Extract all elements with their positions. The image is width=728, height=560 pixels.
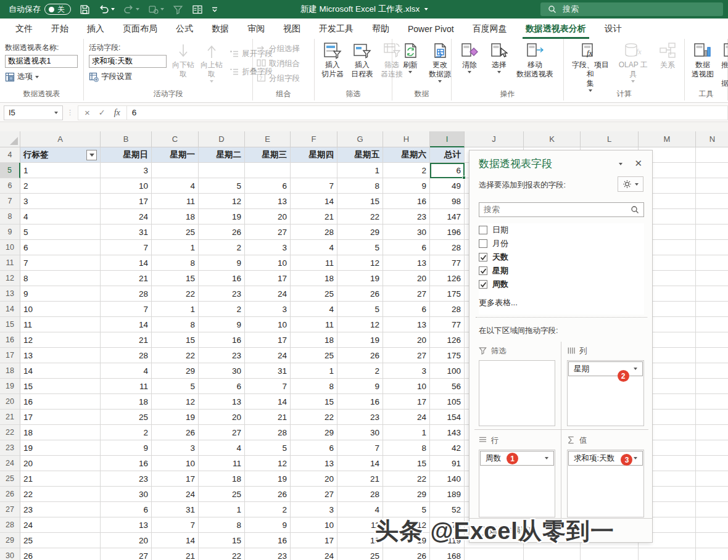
fill-handle[interactable] bbox=[462, 176, 466, 179]
area-box-filters[interactable] bbox=[479, 360, 555, 426]
cell-B7[interactable]: 17 bbox=[101, 194, 152, 209]
tab-数据[interactable]: 数据 bbox=[202, 19, 238, 39]
cell-C17[interactable]: 22 bbox=[152, 348, 199, 363]
cell-B24[interactable]: 16 bbox=[101, 456, 152, 471]
cell-E13[interactable]: 24 bbox=[245, 286, 291, 302]
cell-A23[interactable]: 19 bbox=[20, 440, 101, 456]
cell-I21[interactable]: 154 bbox=[430, 410, 465, 425]
empty-cell[interactable] bbox=[465, 548, 524, 560]
cell-C19[interactable]: 5 bbox=[152, 379, 199, 394]
cell-F28[interactable]: 10 bbox=[291, 517, 337, 533]
panel-close-icon[interactable]: ✕ bbox=[634, 158, 642, 169]
empty-cell[interactable] bbox=[696, 348, 728, 363]
empty-cell[interactable] bbox=[639, 548, 696, 560]
cell-H15[interactable]: 13 bbox=[383, 317, 430, 332]
cell-D6[interactable]: 5 bbox=[199, 178, 245, 194]
cell-H13[interactable]: 27 bbox=[383, 286, 430, 302]
cell-B30[interactable]: 27 bbox=[101, 548, 152, 560]
cell-G21[interactable]: 23 bbox=[337, 410, 383, 425]
row-header-27[interactable]: 27 bbox=[0, 502, 20, 517]
cell-F11[interactable]: 11 bbox=[291, 255, 337, 271]
empty-cell[interactable] bbox=[696, 363, 728, 379]
cell-F26[interactable]: 27 bbox=[291, 487, 337, 502]
cell-H25[interactable]: 22 bbox=[383, 471, 430, 487]
field-chip-周数[interactable]: 周数1 bbox=[480, 451, 554, 466]
cell-B16[interactable]: 21 bbox=[101, 332, 152, 348]
cell-C8[interactable]: 18 bbox=[152, 209, 199, 224]
area-box-columns[interactable]: 星期2 bbox=[567, 360, 644, 426]
cell-H20[interactable]: 17 bbox=[383, 394, 430, 410]
row-labels-filter-button[interactable] bbox=[86, 150, 97, 160]
cell-C18[interactable]: 29 bbox=[152, 363, 199, 379]
cell-D7[interactable]: 12 bbox=[199, 194, 245, 209]
column-header-D[interactable]: D bbox=[199, 131, 245, 147]
tab-数据透视表分析[interactable]: 数据透视表分析 bbox=[516, 19, 595, 39]
empty-cell[interactable] bbox=[696, 271, 728, 286]
cell-D21[interactable]: 20 bbox=[199, 410, 245, 425]
cell-G5[interactable]: 1 bbox=[337, 163, 383, 178]
cell-D9[interactable]: 26 bbox=[199, 224, 245, 240]
select-all-corner[interactable] bbox=[0, 131, 20, 147]
column-header-F[interactable]: F bbox=[291, 131, 337, 147]
cell-F13[interactable]: 25 bbox=[291, 286, 337, 302]
cell-C30[interactable]: 21 bbox=[152, 548, 199, 560]
cell-D15[interactable]: 9 bbox=[199, 317, 245, 332]
chip-caret-icon[interactable] bbox=[634, 368, 637, 370]
cell-I30[interactable]: 168 bbox=[430, 548, 465, 560]
cell-I10[interactable]: 28 bbox=[430, 240, 465, 255]
cell-H16[interactable]: 20 bbox=[383, 332, 430, 348]
name-box[interactable]: I5 bbox=[4, 105, 63, 120]
cell-C6[interactable]: 4 bbox=[152, 178, 199, 194]
cell-B20[interactable]: 18 bbox=[101, 394, 152, 410]
刷新-button[interactable]: 刷新 bbox=[396, 41, 424, 74]
cell-C25[interactable]: 17 bbox=[152, 471, 199, 487]
empty-cell[interactable] bbox=[696, 286, 728, 302]
cell-A30[interactable]: 26 bbox=[20, 548, 101, 560]
cell-A19[interactable]: 15 bbox=[20, 379, 101, 394]
cell-F27[interactable]: 3 bbox=[291, 502, 337, 517]
cell-C29[interactable]: 14 bbox=[152, 533, 199, 548]
cell-E27[interactable]: 2 bbox=[245, 502, 291, 517]
cell-E21[interactable]: 21 bbox=[245, 410, 291, 425]
title-caret-icon[interactable] bbox=[424, 8, 428, 10]
row-header-13[interactable]: 13 bbox=[0, 286, 20, 302]
column-header-K[interactable]: K bbox=[524, 131, 581, 147]
cell-A8[interactable]: 4 bbox=[20, 209, 101, 224]
cell-D22[interactable]: 27 bbox=[199, 425, 245, 440]
cell-F20[interactable]: 15 bbox=[291, 394, 337, 410]
row-header-9[interactable]: 9 bbox=[0, 224, 20, 240]
cell-I23[interactable]: 42 bbox=[430, 440, 465, 456]
row-header-26[interactable]: 26 bbox=[0, 487, 20, 502]
more-tables-link[interactable]: 更多表格... bbox=[479, 297, 518, 308]
row-header-5[interactable]: 5 bbox=[0, 163, 20, 178]
cell-D30[interactable]: 22 bbox=[199, 548, 245, 560]
cell-C20[interactable]: 12 bbox=[152, 394, 199, 410]
field-item-日期[interactable]: 日期 bbox=[479, 223, 644, 237]
cell-G23[interactable]: 7 bbox=[337, 440, 383, 456]
column-header-J[interactable]: J bbox=[465, 131, 524, 147]
cell-B29[interactable]: 20 bbox=[101, 533, 152, 548]
cell-I14[interactable]: 28 bbox=[430, 302, 465, 317]
row-header-6[interactable]: 6 bbox=[0, 178, 20, 194]
cell-F21[interactable]: 22 bbox=[291, 410, 337, 425]
cell-D26[interactable]: 25 bbox=[199, 487, 245, 502]
cell-A22[interactable]: 18 bbox=[20, 425, 101, 440]
cell-I15[interactable]: 77 bbox=[430, 317, 465, 332]
tab-审阅[interactable]: 审阅 bbox=[238, 19, 274, 39]
tab-帮助[interactable]: 帮助 bbox=[363, 19, 399, 39]
cell-E10[interactable]: 3 bbox=[245, 240, 291, 255]
qat-more-button[interactable] bbox=[212, 6, 218, 12]
row-header-14[interactable]: 14 bbox=[0, 302, 20, 317]
cell-H30[interactable]: 26 bbox=[383, 548, 430, 560]
cell-A25[interactable]: 21 bbox=[20, 471, 101, 487]
field-chip-求和项:天数[interactable]: 求和项:天数3 bbox=[568, 451, 643, 466]
cell-A12[interactable]: 8 bbox=[20, 271, 101, 286]
field-settings-button[interactable]: 字段设置 bbox=[89, 72, 167, 82]
column-header-B[interactable]: B bbox=[101, 131, 152, 147]
cell-B11[interactable]: 14 bbox=[101, 255, 152, 271]
cell-I6[interactable]: 49 bbox=[430, 178, 465, 194]
cell-B5[interactable]: 3 bbox=[101, 163, 152, 178]
cell-B15[interactable]: 14 bbox=[101, 317, 152, 332]
cell-G26[interactable]: 28 bbox=[337, 487, 383, 502]
cell-A5[interactable]: 1 bbox=[20, 163, 101, 178]
